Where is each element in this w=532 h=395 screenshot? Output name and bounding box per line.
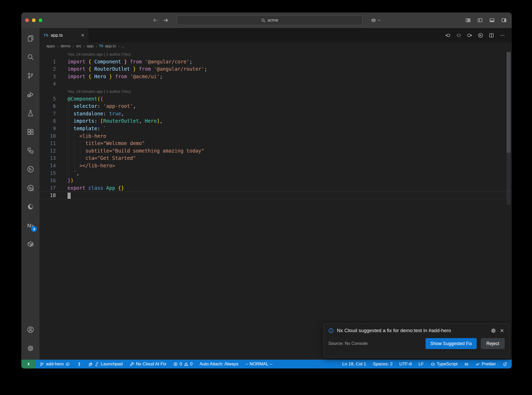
code-line-5[interactable]: 5@Component({ (39, 95, 512, 103)
status-eol[interactable]: LF (418, 361, 424, 367)
activity-item-containers[interactable] (24, 238, 37, 250)
activity-item-run-debug[interactable] (24, 88, 37, 101)
editor[interactable]: You, 24 minutes ago | 1 author (You)1imp… (39, 50, 512, 360)
line-number[interactable]: 9 (39, 125, 68, 132)
status-language[interactable]: {}TypeScript (430, 361, 457, 367)
status-text: -- NORMAL -- (245, 361, 272, 367)
breadcrumb-item-src[interactable]: src (76, 44, 81, 48)
line-number[interactable]: 1 (39, 58, 68, 65)
line-number[interactable]: 2 (39, 65, 68, 73)
show-suggested-fix-button[interactable]: Show Suggested Fix (425, 338, 477, 349)
notification-close-icon[interactable] (499, 328, 505, 333)
line-number[interactable]: 16 (39, 177, 68, 184)
status-formatter[interactable]: Prettier (475, 361, 496, 367)
activity-item-source-control[interactable] (24, 69, 37, 82)
nx-console-button[interactable] (478, 33, 483, 38)
code-line-3[interactable]: 3import { Hero } from '@acme/ui'; (39, 73, 512, 80)
code-line-16[interactable]: 16}) (39, 177, 512, 184)
command-center-search[interactable]: acme (177, 15, 363, 25)
customize-layout-button[interactable] (466, 18, 471, 23)
status-text: 0 (179, 361, 182, 367)
layout-panel-button[interactable] (489, 18, 495, 23)
status-vim-mode[interactable]: -- NORMAL -- (245, 361, 272, 367)
more-button[interactable] (500, 33, 505, 38)
status-encoding[interactable]: UTF-8 (399, 361, 412, 367)
status-notifications-bell[interactable] (503, 362, 507, 366)
status-git-branch[interactable]: add-hero (40, 361, 70, 367)
activity-item-settings[interactable] (24, 342, 37, 354)
code-line-14[interactable]: 14 ></lib-hero> (39, 162, 512, 169)
history-forward-icon[interactable] (163, 17, 169, 23)
code-line-9[interactable]: 9 template: ` (39, 125, 512, 132)
nav-back-circle-button[interactable] (445, 33, 450, 38)
activity-item-projects[interactable] (24, 144, 37, 157)
line-number[interactable]: 3 (39, 73, 68, 80)
line-number[interactable]: 15 (39, 169, 68, 177)
code-line-2[interactable]: 2import { RouterOutlet } from '@angular/… (39, 65, 512, 73)
nav-dash-circle-button[interactable] (456, 33, 461, 38)
code-line-4[interactable]: 4 (39, 80, 512, 88)
code-line-8[interactable]: 8 imports: [RouterOutlet, Hero], (39, 117, 512, 125)
activity-item-extensions[interactable] (24, 126, 37, 138)
activity-item-nx-console-search[interactable] (24, 182, 37, 194)
breadcrumb-item-app[interactable]: app (87, 44, 94, 48)
line-number[interactable]: 18 (39, 192, 68, 199)
status-cursor-position[interactable]: Ln 18, Col 1 (342, 361, 366, 367)
close-tab-icon[interactable] (81, 33, 85, 37)
line-number[interactable]: 8 (39, 117, 68, 125)
breadcrumb-item-demo[interactable]: demo (61, 44, 71, 48)
breadcrumb-item-...[interactable]: ... (121, 44, 125, 48)
activity-item-nx[interactable]: N>3 (24, 219, 37, 232)
activity-item-explorer[interactable] (24, 32, 37, 44)
copilot-menu[interactable] (371, 18, 381, 23)
code-line-17[interactable]: 17export class App {} (39, 184, 512, 192)
layout-sidebar-right-button[interactable] (501, 18, 507, 23)
code-line-6[interactable]: 6 selector: 'app-root', (39, 102, 512, 110)
line-number[interactable]: 11 (39, 140, 68, 147)
status-problems[interactable]: 00 (173, 361, 192, 367)
line-number[interactable]: 14 (39, 162, 68, 169)
layout-sidebar-left-button[interactable] (477, 18, 483, 23)
activity-item-nx-console[interactable] (24, 163, 37, 175)
nav-forward-circle-button[interactable] (467, 33, 472, 38)
line-number[interactable]: 4 (39, 80, 68, 88)
line-number[interactable]: 7 (39, 110, 68, 117)
tab-app-ts[interactable]: TS app.ts (39, 28, 88, 42)
breadcrumb-item-apps[interactable]: apps (46, 44, 55, 48)
line-number[interactable]: 17 (39, 184, 68, 192)
activity-item-edge-browser[interactable] (24, 200, 37, 213)
breadcrumb-item-app.ts[interactable]: TSapp.ts (99, 44, 116, 48)
notification-settings-gear-icon[interactable] (491, 328, 496, 333)
status-git-graph[interactable] (77, 362, 81, 366)
status-auto-attach[interactable]: Auto Attach: Always (200, 361, 238, 367)
code-line-7[interactable]: 7 standalone: true, (39, 110, 512, 117)
code-line-11[interactable]: 11 title="Welcmoe demo" (39, 140, 512, 147)
breadcrumb-label: src (76, 44, 81, 48)
activity-item-search[interactable] (24, 51, 37, 63)
line-number[interactable]: 6 (39, 102, 68, 110)
editor-scrollbar[interactable] (507, 52, 511, 153)
remote-indicator[interactable] (21, 360, 36, 368)
line-number[interactable]: 13 (39, 154, 68, 162)
status-text: Prettier (482, 361, 496, 367)
line-number[interactable]: 12 (39, 147, 68, 155)
activity-item-accounts[interactable] (24, 323, 37, 336)
status-gitlens-launchpad[interactable]: Launchpad (88, 361, 123, 367)
split-editor-button[interactable] (489, 33, 494, 38)
line-number[interactable]: 10 (39, 132, 68, 140)
code-line-1[interactable]: 1import { Component } from '@angular/cor… (39, 58, 512, 65)
code-line-18[interactable]: 18 (39, 192, 512, 199)
code-line-12[interactable]: 12 subtitle="Build something amazing tod… (39, 147, 512, 155)
status-copilot-status[interactable] (464, 362, 469, 366)
activity-item-testing[interactable] (24, 107, 37, 119)
code-line-13[interactable]: 13 cta="Get Started" (39, 154, 512, 162)
status-nx-cloud-ai-fix[interactable]: Nx Cloud AI Fix (130, 361, 166, 367)
editor-scrollbar-track[interactable] (507, 153, 511, 205)
reject-button[interactable]: Reject (481, 338, 505, 349)
code-line-15[interactable]: 15 `, (39, 169, 512, 177)
code-line-10[interactable]: 10 <lib-hero (39, 132, 512, 140)
status-indentation[interactable]: Spaces: 2 (373, 361, 393, 367)
history-back-icon[interactable] (152, 17, 158, 23)
line-number[interactable]: 5 (39, 95, 68, 103)
titlebar: acme (21, 12, 512, 28)
